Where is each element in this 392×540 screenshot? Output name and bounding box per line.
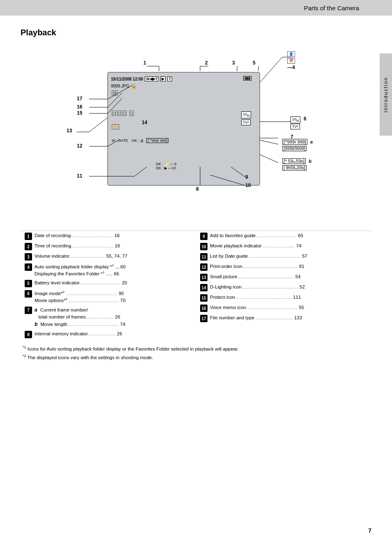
battery-icon: ▮▮▮ xyxy=(243,76,251,81)
svg-line-13 xyxy=(260,155,278,163)
label-text-1: Date of recording.......................… xyxy=(35,232,192,239)
footnote-1: *1 Icons for Auto sorting playback folde… xyxy=(23,344,369,353)
screen-lock: 🔒 xyxy=(131,83,137,89)
screen-print-order: W : DATE OK : 🖨 [ ᴹ999/ 999] xyxy=(112,138,168,143)
callout-13: 13 xyxy=(67,128,72,134)
callout-4-label: —4 xyxy=(287,65,295,70)
callout-b-time: [ᴺ 59ₘ59s] xyxy=(282,158,306,164)
label-row-16: 16 Voice memo icon......................… xyxy=(200,303,367,313)
callout-8: 8 xyxy=(196,186,199,192)
dlighting-icon: 🔆 xyxy=(112,124,119,129)
label-row-17: 17 File number and type ................… xyxy=(200,313,367,323)
small-pic-3: □ xyxy=(122,111,127,116)
label-num-10: 10 xyxy=(200,243,208,250)
page-header: Parts of the Camera xyxy=(0,0,392,16)
callout-a-frame: [ᴹ999/ 999] xyxy=(282,139,307,145)
label-text-10: Movie playback indicator ...............… xyxy=(210,242,367,249)
label-num-2: 2 xyxy=(25,243,32,250)
screen-battery: ▮▮▮ xyxy=(243,75,251,80)
screen-date-row: 15/11/2008 12:00 W◀▶T ▶ T xyxy=(111,76,172,81)
label-num-15: 15 xyxy=(200,294,208,302)
callout-b2-time: [ 9h59ₘ59s] xyxy=(282,165,307,171)
screen-small-pics: □ □ □ □ xyxy=(112,111,134,116)
label-text-11: List by Date guide .....................… xyxy=(210,253,367,259)
callout-11: 11 xyxy=(77,173,82,179)
sort-icon-top: 👤 xyxy=(287,51,295,57)
ok-print-icon: OK : 🖨 xyxy=(131,138,144,143)
svg-line-14 xyxy=(231,167,245,177)
label-text-14: D-Lighting icon.........................… xyxy=(210,284,367,290)
num9-inline: 9 xyxy=(175,162,177,166)
footnote-2: *2 The displayed icons vary with the set… xyxy=(23,353,369,361)
label-text-7: a Current frame number/ total number of … xyxy=(35,306,192,328)
label-num-9: 9 xyxy=(200,233,208,240)
small-pic-4: □ xyxy=(129,111,134,116)
screen-protect-row: ⊡ xyxy=(112,91,118,95)
screen-filename-row: 9999.JPG 🔒 xyxy=(111,83,137,89)
callout-3: 3 xyxy=(232,60,235,66)
label-row-7: 7 a Current frame number/ total number o… xyxy=(25,305,192,330)
image-mode-icon: 10M xyxy=(241,111,251,118)
callout-a2-group: [9999/9999] xyxy=(282,146,307,151)
label-num-4: 4 xyxy=(25,263,32,271)
label-text-2: Time of recording.......................… xyxy=(35,242,192,249)
section-title: Playback xyxy=(21,28,371,37)
callout-14: 14 xyxy=(142,120,147,125)
frame-count-icon: [ ᴹ999/ 999] xyxy=(146,138,168,143)
svg-line-12 xyxy=(260,140,278,144)
label-text-12: Print-order icon........................… xyxy=(210,263,367,270)
label-row-3: 3 Volume indicator......................… xyxy=(25,252,192,262)
screen-protect-icon: ⊡ xyxy=(112,90,118,96)
footnotes: *1 Icons for Auto sorting playback folde… xyxy=(21,344,371,361)
callout-6-group: 10M 6 xyxy=(291,115,307,123)
label-row-12: 12 Print-order icon.....................… xyxy=(200,262,367,272)
svg-line-7 xyxy=(260,57,282,83)
screen-filename: 9999.JPG xyxy=(111,84,129,88)
label-text-6: Image mode*2 ...........................… xyxy=(35,290,192,304)
label-row-4: 4 Auto sorting playback folder display *… xyxy=(25,262,192,278)
label-row-13: 13 Small picture........................… xyxy=(200,272,367,282)
callout-a-label: a xyxy=(310,139,313,144)
label-text-4: Auto sorting playback folder display *1 … xyxy=(35,263,192,277)
callout-4-group: 👤 📅 —4 xyxy=(287,51,295,70)
label-num-3: 3 xyxy=(25,253,32,261)
label-row-8: 8 Internal memory indicator.............… xyxy=(25,329,192,339)
callout-15: 15 xyxy=(77,110,82,116)
label-text-17: File number and type ...................… xyxy=(210,314,367,321)
callout-2: 2 xyxy=(205,60,208,66)
screen-dlighting: 🔆 xyxy=(112,125,119,129)
screen-ok-fb: OK : 📁 — 9 OK : ▶ —10 xyxy=(156,162,177,170)
side-tab-label: Introduction xyxy=(383,77,389,113)
callout-17: 17 xyxy=(77,96,82,102)
label-row-2: 2 Time of recording.....................… xyxy=(25,241,192,252)
screen-wt-icon: W◀▶T xyxy=(145,76,159,81)
label-num-17: 17 xyxy=(200,315,208,322)
label-text-16: Voice memo icon.........................… xyxy=(210,304,367,311)
labels-right-col: 9 Add to favorites guide................… xyxy=(196,231,371,339)
screen-play-icon: ▶ xyxy=(160,76,166,81)
screen-tv-icon: TV² xyxy=(241,120,251,125)
callout-9: 9 xyxy=(245,174,248,180)
label-num-13: 13 xyxy=(200,274,208,281)
label-row-9: 9 Add to favorites guide................… xyxy=(200,231,367,241)
label-row-11: 11 List by Date guide ..................… xyxy=(200,252,367,262)
footnote-sup-2: *2 xyxy=(23,354,26,358)
svg-line-16 xyxy=(89,118,108,132)
label-text-15: Protect icon............................… xyxy=(210,294,367,300)
callout-6-icon: 10M xyxy=(291,116,300,123)
sort-icon-bottom: 📅 xyxy=(287,58,295,64)
label-text-9: Add to favorites guide..................… xyxy=(210,232,367,239)
callout-a-group: [ᴹ999/ 999] a xyxy=(282,139,313,145)
label-row-5: 5 Battery level indicator...............… xyxy=(25,278,192,288)
label-num-6: 6 xyxy=(25,290,32,298)
callout-16: 16 xyxy=(77,104,82,110)
small-pic-1: □ xyxy=(112,111,116,116)
label-num-5: 5 xyxy=(25,280,32,287)
screen-t-icon: T xyxy=(167,76,172,81)
callout-6b-group: TV² xyxy=(291,123,300,129)
label-num-8: 8 xyxy=(25,331,32,338)
callout-5: 5 xyxy=(253,60,256,66)
screen-date: 15/11/2008 12:00 xyxy=(111,77,143,81)
label-row-15: 15 Protect icon.........................… xyxy=(200,293,367,303)
main-content: Playback xyxy=(0,16,392,369)
